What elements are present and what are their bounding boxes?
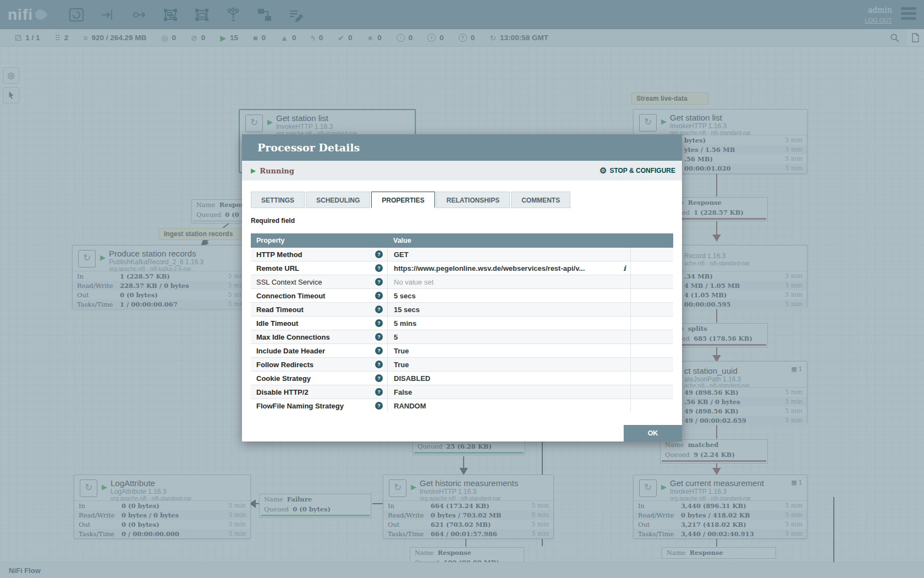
property-row: Follow Redirects ? True xyxy=(251,358,673,372)
property-value-cell: GET xyxy=(388,248,631,261)
property-row-spacer xyxy=(631,399,673,412)
property-row: Idle Timeout ? 5 mins xyxy=(251,317,673,330)
property-name-cell: SSL Context Service ? xyxy=(251,275,388,288)
running-status-icon: ▶ xyxy=(251,167,256,175)
property-name-cell: FlowFile Naming Strategy ? xyxy=(251,399,388,412)
tab-comments[interactable]: COMMENTS xyxy=(511,192,570,208)
tab-relationships[interactable]: RELATIONSHIPS xyxy=(436,192,510,208)
property-row: Cookie Strategy ? DISABLED xyxy=(251,372,673,385)
processor-details-dialog: Processor Details ▶ Running ⚙ STOP & CON… xyxy=(242,134,682,441)
property-row: Max Idle Connections ? 5 xyxy=(251,330,673,344)
property-name-cell: Include Date Header ? xyxy=(251,344,388,357)
help-icon[interactable]: ? xyxy=(375,361,383,368)
dialog-title: Processor Details xyxy=(242,134,682,161)
property-row-spacer xyxy=(631,358,673,371)
help-icon[interactable]: ? xyxy=(375,250,383,258)
property-row: SSL Context Service ? No value set xyxy=(251,275,673,289)
property-name-cell: Read Timeout ? xyxy=(251,303,388,316)
property-row-spacer xyxy=(631,289,673,302)
help-icon[interactable]: ? xyxy=(375,292,383,299)
property-value-cell: 5 xyxy=(388,330,631,343)
property-row: HTTP Method ? GET xyxy=(251,248,673,261)
property-name-cell: HTTP Method ? xyxy=(251,248,388,261)
property-value-cell: True xyxy=(388,344,631,357)
property-value-cell: DISABLED xyxy=(388,372,631,385)
property-row: Connection Timeout ? 5 secs xyxy=(251,289,673,303)
property-row-spacer xyxy=(631,330,673,343)
property-name-cell: Connection Timeout ? xyxy=(251,289,388,302)
property-row: Remote URL ? https://www.pegelonline.wsv… xyxy=(251,261,673,275)
tab-properties[interactable]: PROPERTIES xyxy=(371,192,435,208)
property-value-cell: https://www.pegelonline.wsv.de/webservic… xyxy=(388,261,631,275)
ok-button[interactable]: OK xyxy=(624,425,682,441)
help-icon[interactable]: ? xyxy=(375,347,383,355)
property-name-cell: Disable HTTP/2 ? xyxy=(251,385,388,399)
dialog-tabs: SETTINGS SCHEDULING PROPERTIES RELATIONS… xyxy=(251,192,673,208)
tab-settings[interactable]: SETTINGS xyxy=(251,192,305,208)
help-icon[interactable]: ? xyxy=(375,388,383,396)
property-value-cell: No value set xyxy=(388,275,631,288)
property-row-spacer xyxy=(631,372,673,385)
property-value-cell: False xyxy=(388,385,631,399)
property-row: Read Timeout ? 15 secs xyxy=(251,303,673,317)
property-name-cell: Follow Redirects ? xyxy=(251,358,388,371)
property-value-cell: RANDOM xyxy=(388,399,631,412)
help-icon[interactable]: ? xyxy=(375,264,383,272)
help-icon[interactable]: ? xyxy=(375,374,383,382)
property-value-cell: True xyxy=(388,358,631,371)
tab-scheduling[interactable]: SCHEDULING xyxy=(306,192,370,208)
property-value-cell: 5 mins xyxy=(388,317,631,330)
stop-configure-button[interactable]: ⚙ STOP & CONFIGURE xyxy=(600,166,675,176)
nifi-app: ◎ ↻ ▶ Get station list xyxy=(0,0,924,578)
property-row-spacer xyxy=(631,385,673,399)
required-field-note: Required field xyxy=(251,217,673,227)
property-value-cell: 15 secs xyxy=(388,303,631,316)
property-name-cell: Max Idle Connections ? xyxy=(251,330,388,343)
properties-table: Property Value HTTP Method ? GET xyxy=(251,233,673,412)
help-icon[interactable]: ? xyxy=(375,333,383,341)
property-row-spacer xyxy=(631,248,673,261)
property-name-cell: Idle Timeout ? xyxy=(251,317,388,330)
dialog-status-row: ▶ Running ⚙ STOP & CONFIGURE xyxy=(242,161,682,181)
property-value-cell: 5 secs xyxy=(388,289,631,302)
property-row: Disable HTTP/2 ? False xyxy=(251,385,673,399)
property-row-spacer xyxy=(631,317,673,330)
property-name-cell: Cookie Strategy ? xyxy=(251,372,388,385)
property-row-spacer xyxy=(631,303,673,316)
help-icon[interactable]: ? xyxy=(375,319,383,327)
gear-icon: ⚙ xyxy=(600,166,607,176)
property-row-spacer xyxy=(631,275,673,288)
properties-table-header: Property Value xyxy=(251,233,673,248)
run-status-text: Running xyxy=(260,167,294,175)
property-row-spacer xyxy=(631,344,673,357)
help-icon[interactable]: ? xyxy=(375,402,383,410)
info-icon[interactable]: i xyxy=(623,264,626,272)
help-icon[interactable]: ? xyxy=(375,306,383,313)
property-name-cell: Remote URL ? xyxy=(251,261,388,275)
property-row: FlowFile Naming Strategy ? RANDOM xyxy=(251,399,673,412)
help-icon[interactable]: ? xyxy=(375,278,383,286)
property-row-spacer xyxy=(631,261,673,275)
property-row: Include Date Header ? True xyxy=(251,344,673,358)
